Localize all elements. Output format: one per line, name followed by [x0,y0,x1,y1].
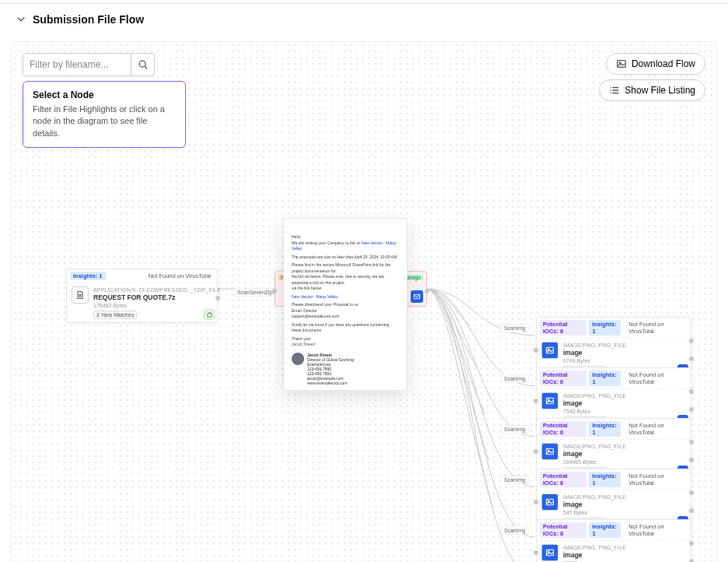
preview-line: via the link below. [292,286,399,292]
info-card-title: Select a Node [33,90,176,100]
svg-point-12 [548,399,550,401]
svg-point-5 [611,93,611,93]
preview-line: We are inviting your Company, to bid on … [292,241,399,252]
node-port [689,508,694,513]
svg-point-3 [611,87,611,88]
vt-badge: Not Found on VirusTotal [625,320,688,335]
show-file-listing-label: Show File Listing [625,85,695,96]
show-file-listing-button[interactable]: Show File Listing [599,79,705,101]
node-port [689,559,694,562]
node-type: IMAGE/PNG, PNG_FILE [563,494,626,501]
preview-line: Please find in the secure Microsoft Shar… [292,262,399,274]
svg-point-0 [139,61,145,67]
image-download-icon [616,58,627,69]
node-size: 164465 Bytes [563,458,626,465]
svg-point-9 [548,349,550,350]
insights-badge: Insights: 1 [589,472,621,487]
node-size: 6749 Bytes [563,357,626,364]
download-flow-label: Download Flow [632,58,695,69]
preview-signoff: Jacob Sheetz [292,342,399,348]
node-port [534,348,538,353]
svg-point-21 [548,551,550,553]
node-port [534,449,538,454]
node-name: image [563,349,626,357]
preview-line: The proposals are due no later than Apri… [292,255,399,261]
node-port [689,440,694,444]
section-title: Submission File Flow [33,13,144,26]
preview-line: Hello, [292,234,399,241]
image-node[interactable]: Potential IOCs: 8 Insights: 1 Not Found … [536,519,691,562]
vt-badge: Not Found on VirusTotal [625,421,688,437]
node-port [689,407,694,412]
sig-site: www.examplecorp.com [307,381,354,385]
preview-line: Kindly let me know if you have any quest… [292,322,399,334]
node-size: 7540 Bytes [563,408,626,415]
section-header[interactable]: Submission File Flow [0,4,728,35]
insights-badge: Insights: 1 [589,421,621,437]
image-icon [541,392,558,409]
iocs-badge: Potential IOCs: 8 [540,421,586,437]
download-flow-button[interactable]: Download Flow [606,53,705,75]
insights-badge: Insights: 1 [589,522,621,538]
info-card-body: Filter in File Highlights or click on a … [33,104,176,139]
search-button[interactable] [131,53,155,76]
preview-signature: Jacob Sheetz Director of Global Sourcing… [292,353,399,385]
edge-label-scanimg: ScanImg [501,526,529,535]
node-size: 547 Bytes [563,509,626,516]
node-port [425,289,429,293]
iocs-badge: Potential IOCs: 8 [540,522,586,538]
preview-line: Please direct/send your Proposal to us [292,302,399,308]
node-port [689,458,694,462]
vt-badge: Not Found on VirusTotal [625,371,688,386]
filter-wrap [23,53,155,76]
info-card: Select a Node Filter in File Highlights … [23,81,186,148]
node-port [689,541,694,546]
preview-link: New Vendor · Malay Valley [292,294,399,300]
filter-input[interactable] [23,53,131,76]
node-port [689,357,694,361]
edge-label-scanimg: ScanImg [501,324,529,332]
node-type: APPLICATION/X-7Z-COMPRESSED, _7ZIP_FILE [93,286,212,293]
flow-canvas[interactable]: Download Flow Show File Listing Select a… [11,41,717,562]
edge-label-scanimg: ScanImg [501,374,529,383]
node-port [272,289,277,293]
node-name: image [563,399,626,408]
preview-line: Email: Director [292,308,399,314]
preview-line: the bid via below. Please note, due to s… [292,274,399,286]
email-preview[interactable]: Hello, We are inviting your Company, to … [283,218,408,391]
insights-badge: Insights: 1 [589,371,621,386]
toolbar-right: Download Flow Show File Listing [599,53,705,101]
mail-corner-icon [411,290,423,303]
toolbar-left [23,53,155,76]
vt-badge: Not Found on VirusTotal [625,522,688,538]
search-icon [138,59,149,70]
node-size: 170482 Bytes [93,302,212,309]
node-type: IMAGE/PNG, PNG_FILE [563,342,626,349]
avatar-icon [292,353,304,365]
edge-label-scanimg: ScanImg [501,476,529,484]
svg-rect-7 [414,295,420,299]
node-type: IMAGE/PNG, PNG_FILE [563,392,626,399]
node-yara: 2 Yara Matches [93,311,137,319]
node-name: image [563,551,626,560]
node-port [215,296,220,300]
vt-badge: Not Found on VirusTotal [625,472,688,487]
image-icon [541,342,558,359]
svg-point-15 [548,450,550,451]
insights-badge: Insights: 1 [70,272,106,280]
vt-badge: Not Found on VirusTotal [145,272,214,280]
node-name: image [563,501,626,509]
image-icon [541,494,558,511]
image-icon [541,443,558,460]
image-icon [541,544,558,561]
archive-corner-icon [204,309,215,320]
node-port [689,389,694,394]
root-node[interactable]: Insights: 1 Not Found on VirusTotal APPL… [66,269,218,323]
node-port [534,500,538,504]
node-port [534,399,538,403]
edge-label-scansevenzip: ScanSevenZip [234,288,276,297]
node-type: IMAGE/PNG, PNG_FILE [563,443,626,450]
node-port [689,339,694,343]
node-port [689,490,694,495]
edge-label-scanimg: ScanImg [501,425,529,434]
